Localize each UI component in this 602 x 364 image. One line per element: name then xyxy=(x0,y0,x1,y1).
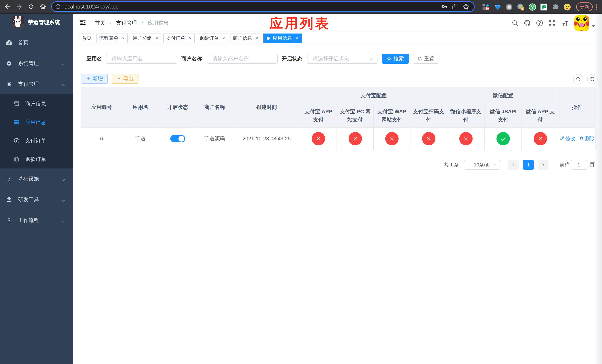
svg-text:1: 1 xyxy=(521,7,523,10)
svg-text:10: 10 xyxy=(485,7,489,10)
